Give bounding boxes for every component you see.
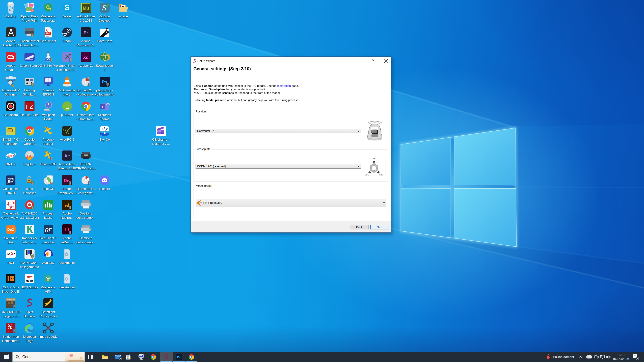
svg-text:UNCHARTED: UNCHARTED [6, 299, 16, 300]
svg-text:CH 3: CH 3 [365, 174, 369, 176]
svg-text:3: 3 [636, 357, 638, 360]
svg-text:Ps: Ps [177, 356, 180, 359]
svg-text:Pr: Pr [84, 30, 88, 35]
svg-text:Ae: Ae [64, 153, 70, 158]
svg-text:Ai: Ai [65, 203, 69, 208]
svg-text:4: 4 [120, 357, 121, 360]
svg-text:CL: CL [8, 203, 14, 207]
svg-text:T: T [102, 105, 104, 109]
svg-text:µ: µ [65, 103, 69, 110]
svg-text:castle: castle [8, 177, 14, 180]
svg-text:S: S [102, 3, 106, 12]
svg-text:Xd: Xd [83, 55, 88, 60]
svg-text:MSH: MSH [200, 201, 207, 204]
svg-text:studio: studio [26, 279, 33, 282]
svg-text:RF: RF [45, 227, 52, 233]
svg-text:sky: sky [102, 126, 108, 131]
svg-text:DeX: DeX [8, 228, 14, 231]
svg-text:PDF: PDF [46, 32, 50, 34]
svg-text:JETI: JETI [26, 276, 32, 279]
svg-text:Mu: Mu [83, 5, 89, 10]
svg-text:FZ: FZ [26, 103, 33, 110]
svg-text:CH 2: CH 2 [372, 157, 376, 159]
svg-text:CH 1: CH 1 [379, 174, 383, 176]
svg-text:Brain: Brain [8, 154, 14, 157]
svg-text:!: ! [48, 103, 49, 107]
svg-text:Id: Id [65, 227, 69, 232]
